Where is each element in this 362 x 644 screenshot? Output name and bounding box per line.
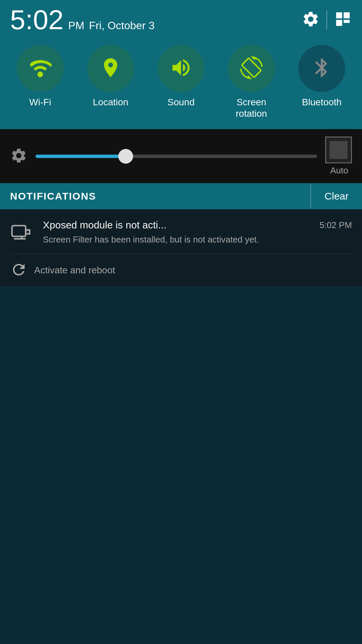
status-bar: 5:02 PM Fri, October 3 <box>0 0 362 38</box>
brightness-bar: Auto <box>0 129 362 183</box>
notification-main-content: Xposed module is not acti... 5:02 PM Scr… <box>10 219 352 246</box>
notification-time: 5:02 PM <box>319 220 352 230</box>
auto-brightness-container[interactable]: Auto <box>325 137 352 176</box>
qs-location[interactable]: Location <box>80 45 141 108</box>
bluetooth-icon <box>310 56 333 80</box>
svg-point-4 <box>38 71 43 77</box>
settings-icon[interactable] <box>302 10 320 30</box>
qs-rotation-label: Screen rotation <box>236 97 267 119</box>
location-icon <box>99 56 122 80</box>
brightness-slider[interactable] <box>36 155 317 158</box>
time-period: PM <box>68 19 84 32</box>
status-right <box>302 10 352 30</box>
activate-reboot-label[interactable]: Activate and reboot <box>34 265 115 276</box>
notification-actions[interactable]: Activate and reboot <box>10 254 352 286</box>
brightness-settings-icon[interactable] <box>10 147 27 166</box>
status-left: 5:02 PM Fri, October 3 <box>10 6 155 34</box>
wifi-icon <box>29 56 52 80</box>
brightness-thumb[interactable] <box>118 149 133 164</box>
svg-rect-1 <box>344 12 350 18</box>
qs-screen-rotation[interactable]: Screen rotation <box>221 45 282 119</box>
qs-wifi-circle[interactable] <box>17 45 64 92</box>
auto-brightness-label: Auto <box>330 165 348 176</box>
notifications-header: NOTIFICATIONS Clear <box>0 183 362 209</box>
notification-app-icon <box>10 221 34 244</box>
auto-brightness-btn[interactable] <box>325 137 352 163</box>
qs-sound-circle[interactable] <box>158 45 204 92</box>
notification-content: Xposed module is not acti... 5:02 PM Scr… <box>43 219 352 246</box>
svg-rect-3 <box>344 20 350 23</box>
qs-bluetooth-circle[interactable] <box>298 45 345 92</box>
date-display: Fri, October 3 <box>89 19 155 32</box>
qs-bluetooth-label: Bluetooth <box>302 97 342 108</box>
qs-location-circle[interactable] <box>87 45 134 92</box>
auto-btn-inner <box>329 141 348 159</box>
screen-rotation-icon <box>240 56 263 80</box>
qs-wifi[interactable]: Wi-Fi <box>10 45 70 108</box>
time-display: 5:02 <box>10 6 64 34</box>
sound-icon <box>170 56 192 80</box>
qs-location-label: Location <box>93 97 128 108</box>
empty-background <box>0 287 362 589</box>
notification-top-row: Xposed module is not acti... 5:02 PM <box>43 219 352 231</box>
notification-title: Xposed module is not acti... <box>43 219 167 231</box>
quick-settings-panel: Wi-Fi Location Sound <box>0 38 362 129</box>
status-divider <box>326 11 327 29</box>
qs-sound[interactable]: Sound <box>151 45 211 108</box>
activate-reboot-icon <box>10 261 27 280</box>
clear-notifications-button[interactable]: Clear <box>311 183 362 209</box>
grid-icon[interactable] <box>334 10 352 30</box>
notification-card-xposed: Xposed module is not acti... 5:02 PM Scr… <box>0 209 362 286</box>
svg-rect-5 <box>12 226 26 236</box>
qs-bluetooth[interactable]: Bluetooth <box>292 45 352 108</box>
svg-rect-2 <box>336 20 342 26</box>
qs-wifi-label: Wi-Fi <box>29 97 51 108</box>
notification-body: Screen Filter has been installed, but is… <box>43 234 259 245</box>
qs-sound-label: Sound <box>168 97 195 108</box>
brightness-fill <box>36 155 126 158</box>
svg-rect-0 <box>336 12 342 18</box>
qs-rotation-circle[interactable] <box>228 45 275 92</box>
notifications-title: NOTIFICATIONS <box>0 183 310 209</box>
